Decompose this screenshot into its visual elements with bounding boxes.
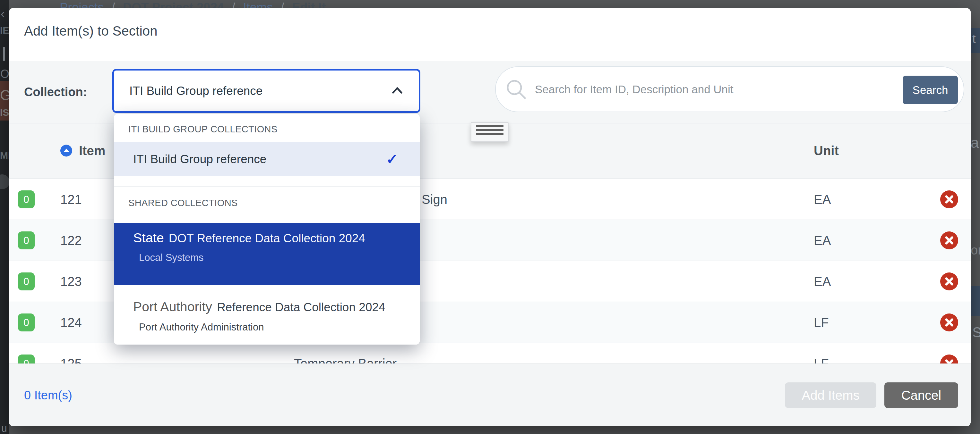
sidebar-fragment: u [1, 423, 7, 434]
item-id-cell: 122 [60, 233, 82, 248]
search-input[interactable] [535, 67, 843, 112]
dropdown-option-port-authority-reference[interactable]: Port Authority Reference Data Collection… [114, 292, 420, 345]
option-org: State [133, 230, 164, 246]
collection-select[interactable]: ITI Build Group reference [112, 69, 420, 113]
cancel-button[interactable]: Cancel [885, 382, 958, 408]
footer-buttons: Add Items Cancel [785, 382, 958, 408]
remove-item-button[interactable] [940, 314, 958, 331]
description-cell: Temporary Barrier [294, 356, 397, 364]
unit-cell: EA [814, 233, 831, 248]
dropdown-group-header: SHARED COLLECTIONS [128, 198, 238, 208]
option-subtitle: Port Authority Administration [133, 322, 420, 333]
search-bar: Search [495, 67, 964, 112]
check-icon: ✓ [386, 151, 398, 167]
dropdown-option-iti-build-group-reference[interactable]: ITI Build Group reference ✓ [114, 142, 420, 176]
x-icon [944, 318, 954, 327]
sidebar-collapse-icon: ‹ [1, 7, 5, 21]
modal-header: Add Item(s) to Section [9, 8, 971, 61]
remove-item-button[interactable] [940, 355, 958, 363]
unit-cell: EA [814, 274, 831, 289]
sidebar-fragment: MI [0, 150, 9, 161]
dropdown-option-state-dot-reference[interactable]: State DOT Reference Data Collection 2024… [114, 223, 420, 285]
remove-item-button[interactable] [940, 190, 958, 208]
unit-column-header: Unit [814, 144, 839, 158]
unit-cell: LF [814, 356, 829, 364]
modal-footer: 0 Item(s) Add Items Cancel [9, 363, 971, 426]
sidebar-fragment: O [0, 67, 9, 81]
sidebar-fragment: G [0, 87, 9, 103]
unit-cell: LF [814, 315, 829, 330]
option-org: Port Authority [133, 299, 212, 314]
add-items-button[interactable]: Add Items [785, 382, 877, 408]
x-icon [944, 236, 954, 245]
dropdown-divider [114, 186, 420, 187]
unit-cell: EA [814, 192, 831, 207]
sort-ascending-icon[interactable] [60, 145, 72, 157]
background-button-fragment: t [970, 28, 980, 53]
chevron-up-icon [391, 85, 404, 97]
add-items-modal: Add Item(s) to Section Collection: ITI B… [9, 8, 971, 426]
collection-label: Collection: [24, 85, 87, 99]
background-text-fragment: or [971, 243, 980, 257]
background-text-fragment: an [971, 134, 980, 151]
search-button[interactable]: Search [903, 76, 958, 104]
search-icon [505, 78, 529, 103]
sidebar-active-item: G IS [0, 81, 9, 120]
count-badge: 0 [18, 190, 35, 208]
background-sidebar: ‹ IE O G IS MI u [0, 0, 9, 434]
item-id-cell: 124 [60, 315, 82, 330]
background-text-fragment: t [972, 32, 976, 46]
count-badge: 0 [18, 272, 35, 290]
table-row: 0 125 Temporary Barrier LF [9, 343, 971, 363]
option-title: DOT Reference Data Collection 2024 [169, 232, 365, 245]
sidebar-fragment: IE [0, 25, 9, 36]
item-id-cell: 123 [60, 274, 82, 289]
drag-handle-icon[interactable] [471, 122, 509, 142]
option-title: Reference Data Collection 2024 [217, 301, 385, 314]
count-badge: 0 [18, 231, 35, 249]
collection-selected-value: ITI Build Group reference [129, 84, 262, 98]
item-column-header[interactable]: Item [79, 144, 105, 158]
sidebar-avatar-fragment [0, 174, 9, 189]
option-subtitle: Local Systems [133, 252, 420, 263]
item-id-cell: 125 [60, 356, 82, 364]
remove-item-button[interactable] [940, 231, 958, 249]
item-id-cell: 121 [60, 192, 82, 207]
collection-dropdown-panel: ITI BUILD GROUP COLLECTIONS ITI Build Gr… [114, 114, 420, 345]
sidebar-icon-fragment [3, 47, 5, 61]
option-title: ITI Build Group reference [133, 152, 266, 166]
remove-item-button[interactable] [940, 272, 958, 290]
x-icon [944, 195, 954, 204]
background-button-fragment [970, 286, 980, 316]
background-text-fragment: S [972, 325, 980, 341]
sidebar-fragment: IS [0, 107, 9, 118]
modal-title: Add Item(s) to Section [24, 24, 158, 39]
background-right-fragments: t an or S [970, 0, 980, 434]
x-icon [944, 359, 954, 363]
dropdown-group-header: ITI BUILD GROUP COLLECTIONS [128, 124, 278, 135]
selected-count-link[interactable]: 0 Item(s) [24, 388, 72, 402]
count-badge: 0 [18, 355, 35, 363]
count-badge: 0 [18, 314, 35, 331]
x-icon [944, 277, 954, 286]
